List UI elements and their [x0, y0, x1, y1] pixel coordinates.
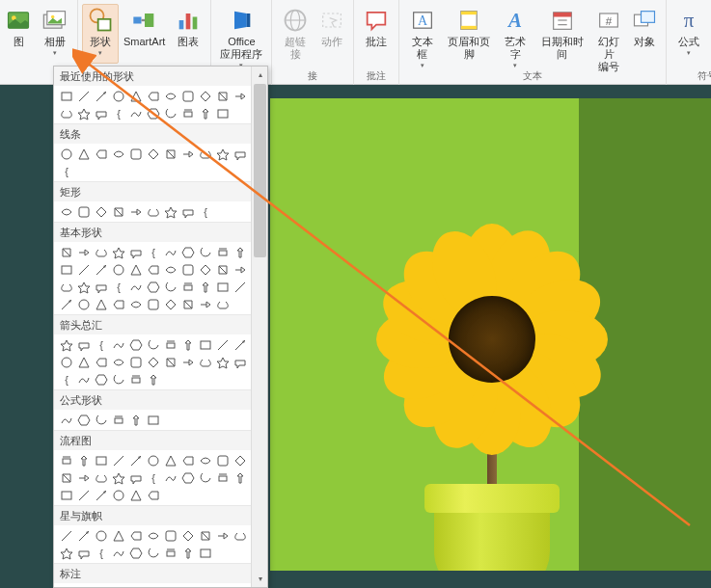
- shape-item[interactable]: [179, 203, 196, 220]
- shape-item[interactable]: [197, 279, 213, 295]
- shape-item[interactable]: [58, 244, 74, 260]
- shape-item[interactable]: [179, 469, 196, 486]
- shape-item[interactable]: [75, 105, 92, 121]
- shape-item[interactable]: [145, 527, 161, 544]
- shape-item[interactable]: [179, 545, 196, 561]
- shape-item[interactable]: [93, 412, 109, 428]
- shape-item[interactable]: [214, 244, 231, 260]
- shape-item[interactable]: [93, 296, 109, 312]
- shape-item[interactable]: [110, 452, 126, 468]
- office-apps-button[interactable]: Office 应用程序 ▾: [215, 4, 267, 64]
- shape-item[interactable]: [93, 88, 109, 104]
- shape-item[interactable]: [75, 203, 92, 220]
- shape-item[interactable]: [145, 296, 161, 312]
- shape-item[interactable]: [145, 487, 161, 503]
- shape-item[interactable]: [75, 545, 92, 561]
- shape-item[interactable]: [58, 336, 74, 353]
- shape-item[interactable]: [127, 487, 144, 503]
- shape-item[interactable]: [179, 105, 196, 121]
- shape-item[interactable]: [75, 279, 92, 295]
- shape-item[interactable]: [58, 545, 74, 561]
- shape-item[interactable]: [197, 244, 213, 260]
- scroll-down-button[interactable]: ▾: [252, 571, 268, 587]
- action-button[interactable]: 动作: [314, 4, 349, 64]
- shape-item[interactable]: [197, 296, 213, 312]
- shape-item[interactable]: [110, 88, 126, 104]
- shape-item[interactable]: [58, 279, 74, 295]
- shape-item[interactable]: [214, 105, 231, 121]
- shape-item[interactable]: {: [110, 279, 126, 295]
- shape-item[interactable]: [127, 88, 144, 104]
- shape-item[interactable]: [145, 88, 161, 104]
- textbox-button[interactable]: A 文本框 ▾: [403, 4, 441, 64]
- shape-item[interactable]: [179, 527, 196, 544]
- shape-item[interactable]: [110, 261, 126, 278]
- shape-item[interactable]: [58, 88, 74, 104]
- wordart-button[interactable]: A 艺术字 ▾: [497, 4, 534, 64]
- shape-item[interactable]: [145, 203, 161, 220]
- shape-item[interactable]: [127, 244, 144, 260]
- shape-item[interactable]: [232, 452, 248, 468]
- shape-item[interactable]: [58, 261, 74, 278]
- shape-item[interactable]: [93, 452, 109, 468]
- shape-item[interactable]: [127, 261, 144, 278]
- shape-item[interactable]: [179, 336, 196, 353]
- shape-item[interactable]: [197, 336, 213, 353]
- shape-item[interactable]: {: [145, 244, 161, 260]
- shape-item[interactable]: [197, 469, 213, 486]
- shape-item[interactable]: [162, 203, 178, 220]
- shape-item[interactable]: [127, 545, 144, 561]
- shape-item[interactable]: [75, 527, 92, 544]
- shape-item[interactable]: [127, 412, 144, 428]
- shape-item[interactable]: [58, 354, 74, 370]
- shape-item[interactable]: [179, 279, 196, 295]
- shape-item[interactable]: [145, 146, 161, 162]
- shape-item[interactable]: [110, 487, 126, 503]
- shapes-button[interactable]: 形状 ▾: [82, 4, 119, 64]
- shape-item[interactable]: [214, 336, 231, 353]
- slidenumber-button[interactable]: # 幻灯片 编号: [590, 4, 628, 64]
- shape-item[interactable]: [93, 469, 109, 486]
- shape-item[interactable]: [75, 296, 92, 312]
- shape-item[interactable]: [127, 371, 144, 388]
- shape-item[interactable]: {: [93, 545, 109, 561]
- shape-item[interactable]: [93, 261, 109, 278]
- shape-item[interactable]: [214, 146, 231, 162]
- shape-item[interactable]: [179, 452, 196, 468]
- shape-item[interactable]: [232, 146, 248, 162]
- shape-item[interactable]: [232, 336, 248, 353]
- shape-item[interactable]: [127, 203, 144, 220]
- shape-item[interactable]: [162, 146, 178, 162]
- shape-item[interactable]: [110, 527, 126, 544]
- shape-item[interactable]: [110, 354, 126, 370]
- shape-item[interactable]: [127, 336, 144, 353]
- headerfooter-button[interactable]: 页眉和页脚: [441, 4, 497, 64]
- shape-item[interactable]: [93, 527, 109, 544]
- shape-item[interactable]: [197, 261, 213, 278]
- shape-item[interactable]: [127, 279, 144, 295]
- shape-item[interactable]: [197, 88, 213, 104]
- scrollbar[interactable]: ▴ ▾: [251, 67, 267, 587]
- shape-item[interactable]: [232, 261, 248, 278]
- shape-item[interactable]: [232, 88, 248, 104]
- shape-item[interactable]: [162, 244, 178, 260]
- shape-item[interactable]: [145, 105, 161, 121]
- shape-item[interactable]: [214, 527, 231, 544]
- shape-item[interactable]: [110, 244, 126, 260]
- shape-item[interactable]: [75, 88, 92, 104]
- shape-item[interactable]: [197, 452, 213, 468]
- shape-item[interactable]: [127, 105, 144, 121]
- shape-item[interactable]: [75, 336, 92, 353]
- shape-item[interactable]: [110, 371, 126, 388]
- shape-item[interactable]: [58, 296, 74, 312]
- shape-item[interactable]: [179, 354, 196, 370]
- shape-item[interactable]: [75, 261, 92, 278]
- shape-item[interactable]: [162, 296, 178, 312]
- shape-item[interactable]: [162, 105, 178, 121]
- equation-button[interactable]: π 公式 ▾: [670, 4, 707, 64]
- shape-item[interactable]: [58, 452, 74, 468]
- shape-item[interactable]: {: [145, 469, 161, 486]
- object-button[interactable]: 对象: [627, 4, 662, 64]
- shape-item[interactable]: [214, 354, 231, 370]
- shape-item[interactable]: [93, 203, 109, 220]
